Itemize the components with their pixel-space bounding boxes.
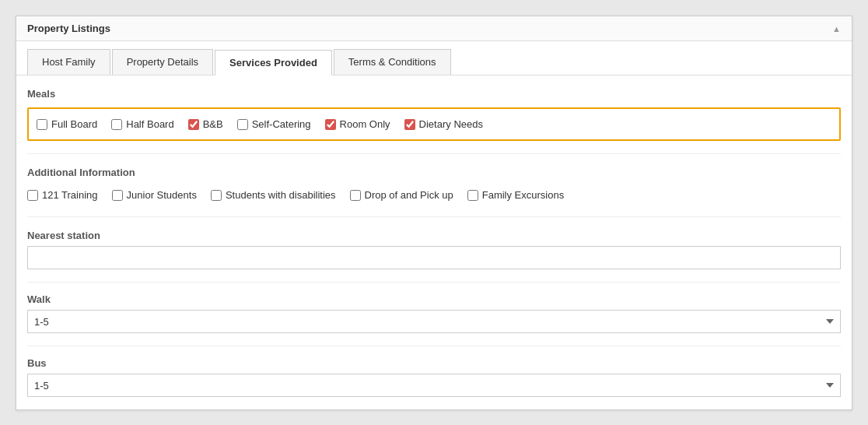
additional-info-label: Additional Information (27, 167, 841, 178)
meal-bnb-label: B&B (203, 118, 223, 130)
meal-full-board[interactable]: Full Board (37, 118, 97, 130)
meal-self-catering[interactable]: Self-Catering (237, 118, 311, 130)
meals-label: Meals (27, 88, 841, 100)
tab-services-provided[interactable]: Services Provided (215, 50, 332, 76)
meals-section: Meals Full Board Half Board B&B Self-Cat… (27, 88, 841, 154)
info-family-excursions-label: Family Excursions (482, 189, 564, 201)
info-family-excursions-checkbox[interactable] (467, 190, 478, 201)
meal-room-only-checkbox[interactable] (325, 119, 336, 130)
bus-section: Bus 1-5 6-10 11-15 16-20 20+ (27, 357, 841, 397)
meal-dietary-needs-label: Dietary Needs (419, 118, 483, 130)
walk-section: Walk 1-5 6-10 11-15 16-20 20+ (27, 293, 841, 346)
meals-checkbox-group: Full Board Half Board B&B Self-Catering … (27, 107, 841, 141)
info-family-excursions[interactable]: Family Excursions (467, 189, 564, 201)
meal-dietary-needs-checkbox[interactable] (404, 119, 415, 130)
meal-half-board-label: Half Board (126, 118, 173, 130)
collapse-icon[interactable]: ▲ (832, 24, 841, 33)
meal-room-only[interactable]: Room Only (325, 118, 390, 130)
info-121-training[interactable]: 121 Training (27, 189, 98, 201)
meal-full-board-label: Full Board (51, 118, 97, 130)
meal-dietary-needs[interactable]: Dietary Needs (404, 118, 483, 130)
nearest-station-input[interactable] (27, 246, 841, 269)
nearest-station-section: Nearest station (27, 230, 841, 283)
bus-select[interactable]: 1-5 6-10 11-15 16-20 20+ (27, 374, 841, 397)
meal-self-catering-checkbox[interactable] (237, 119, 248, 130)
tab-terms-conditions[interactable]: Terms & Conditions (334, 49, 451, 75)
meal-self-catering-label: Self-Catering (252, 118, 311, 130)
info-students-disabilities-checkbox[interactable] (211, 190, 222, 201)
tab-host-family[interactable]: Host Family (27, 49, 110, 75)
info-drop-pick-checkbox[interactable] (350, 190, 361, 201)
info-junior-students-checkbox[interactable] (112, 190, 123, 201)
walk-select[interactable]: 1-5 6-10 11-15 16-20 20+ (27, 310, 841, 333)
info-junior-students-label: Junior Students (127, 189, 197, 201)
info-students-disabilities[interactable]: Students with disabilities (211, 189, 336, 201)
info-junior-students[interactable]: Junior Students (112, 189, 197, 201)
info-drop-pick-label: Drop of and Pick up (365, 189, 453, 201)
property-listings-card: Property Listings ▲ Host Family Property… (16, 16, 852, 410)
info-121-training-checkbox[interactable] (27, 190, 38, 201)
info-drop-pick[interactable]: Drop of and Pick up (350, 189, 453, 201)
info-students-disabilities-label: Students with disabilities (226, 189, 336, 201)
meal-half-board[interactable]: Half Board (111, 118, 173, 130)
additional-info-checkbox-group: 121 Training Junior Students Students wi… (27, 186, 841, 204)
meal-bnb-checkbox[interactable] (188, 119, 199, 130)
tab-content: Meals Full Board Half Board B&B Self-Cat… (16, 76, 852, 409)
meal-room-only-label: Room Only (340, 118, 390, 130)
info-121-training-label: 121 Training (42, 189, 98, 201)
meal-full-board-checkbox[interactable] (37, 119, 47, 130)
tabs-container: Host Family Property Details Services Pr… (16, 41, 852, 76)
meal-bnb[interactable]: B&B (188, 118, 223, 130)
nearest-station-label: Nearest station (27, 230, 841, 241)
additional-info-section: Additional Information 121 Training Juni… (27, 167, 841, 217)
card-title: Property Listings (27, 23, 110, 34)
bus-label: Bus (27, 357, 841, 369)
meal-half-board-checkbox[interactable] (111, 119, 122, 130)
tab-property-details[interactable]: Property Details (112, 49, 213, 75)
walk-label: Walk (27, 293, 841, 305)
card-header: Property Listings ▲ (16, 16, 852, 41)
